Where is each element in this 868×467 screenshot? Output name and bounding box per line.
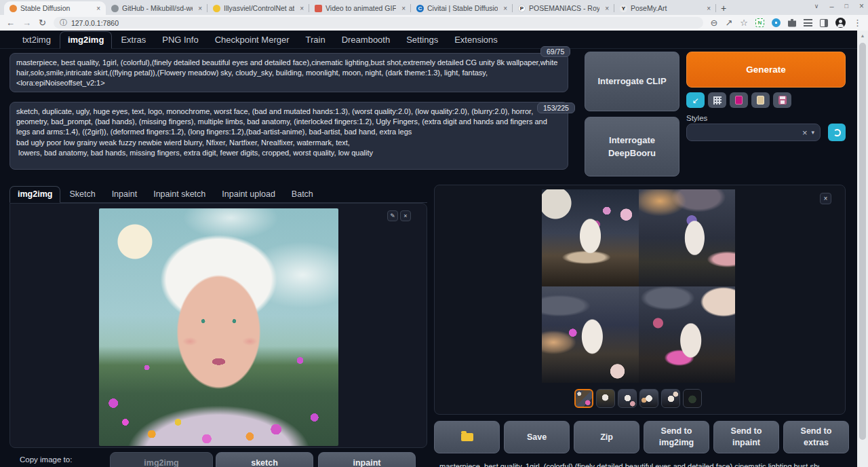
refresh-styles-button[interactable] xyxy=(828,124,846,141)
save-button[interactable]: Save xyxy=(504,421,570,453)
tab-close-icon[interactable]: × xyxy=(94,5,100,12)
mode-tab-sketch[interactable]: Sketch xyxy=(62,187,102,202)
tab-extras[interactable]: Extras xyxy=(113,32,153,48)
mode-tab-inpaint-upload[interactable]: Inpaint upload xyxy=(214,187,283,202)
remove-image-icon[interactable]: × xyxy=(400,210,411,221)
browser-tab-stable-diffusion[interactable]: Stable Diffusion × xyxy=(4,1,106,15)
thumbnail-4[interactable] xyxy=(639,389,658,408)
apply-styles-icon[interactable] xyxy=(751,92,770,108)
thumbnail-3[interactable] xyxy=(618,389,637,408)
open-folder-button[interactable] xyxy=(434,421,500,453)
browser-tab-civitai[interactable]: C Civitai | Stable Diffusion model × xyxy=(411,1,513,15)
close-gallery-icon[interactable]: × xyxy=(820,193,831,204)
image-toolbar: ✎ × xyxy=(387,210,411,221)
share-icon[interactable]: ↗ xyxy=(725,18,732,27)
browser-tab-posemyart[interactable]: Y PoseMy.Art × xyxy=(614,1,716,15)
browser-tab-github[interactable]: GitHub - Mikubill/sd-webui-con × xyxy=(106,1,208,15)
clear-prompt-icon[interactable] xyxy=(708,92,726,108)
sidebar-icon[interactable] xyxy=(820,19,828,27)
thumbnail-6[interactable] xyxy=(683,389,702,408)
tab-search-chevron-icon[interactable]: ∨ xyxy=(814,3,819,10)
site-info-icon[interactable]: ⓘ xyxy=(60,18,67,28)
tab-checkpoint-merger[interactable]: Checkpoint Merger xyxy=(208,32,297,48)
forward-icon[interactable]: → xyxy=(22,18,31,27)
thumbnail-1-selected[interactable] xyxy=(574,389,593,408)
interrogate-deepbooru-button[interactable]: Interrogate DeepBooru xyxy=(585,117,679,176)
tab-title: Video to animated GIF converter xyxy=(326,4,396,12)
back-icon[interactable]: ← xyxy=(6,18,15,27)
negative-prompt-input[interactable]: sketch, duplicate, ugly, huge eyes, text… xyxy=(9,102,568,170)
browser-tab-controlnet[interactable]: Illyasviel/ControlNet at main × xyxy=(208,1,309,15)
generate-button[interactable]: Generate xyxy=(686,52,846,88)
negative-prompt-token-counter: 153/225 xyxy=(537,102,575,113)
img2img-mode-tabs: img2img Sketch Inpaint Inpaint sketch In… xyxy=(9,185,427,203)
source-image-dropzone[interactable]: ✎ × xyxy=(9,203,427,448)
tab-close-icon[interactable]: × xyxy=(603,5,609,12)
address-bar[interactable]: ⓘ 127.0.0.1:7860 xyxy=(54,17,703,29)
styles-dropdown[interactable]: × ▾ xyxy=(686,124,821,141)
tab-txt2img[interactable]: txt2img xyxy=(15,32,58,48)
reload-icon[interactable]: ↻ xyxy=(39,18,46,27)
result-image-3 xyxy=(542,286,639,384)
extra-networks-icon[interactable] xyxy=(730,92,748,108)
bookmark-star-icon[interactable]: ☆ xyxy=(740,18,748,27)
thumbnail-5[interactable] xyxy=(661,389,680,408)
zoom-icon[interactable]: ⊖ xyxy=(711,18,718,27)
copy-to-sketch-button[interactable]: sketch xyxy=(216,452,313,467)
scroll-up-icon[interactable]: ▲ xyxy=(857,31,868,38)
styles-caret-icon[interactable]: ▾ xyxy=(811,129,814,136)
tab-close-icon[interactable]: × xyxy=(298,5,304,12)
extensions-puzzle-icon[interactable] xyxy=(788,19,796,27)
new-tab-button[interactable]: + xyxy=(716,1,731,15)
send-to-extras-button[interactable]: Send to extras xyxy=(783,421,849,453)
mode-tab-inpaint-sketch[interactable]: Inpaint sketch xyxy=(146,187,213,202)
tab-close-icon[interactable]: × xyxy=(705,5,711,12)
tab-close-icon[interactable]: × xyxy=(196,5,202,12)
close-window-icon[interactable]: × xyxy=(859,1,864,11)
tab-close-icon[interactable]: × xyxy=(501,5,507,12)
source-image-portrait[interactable] xyxy=(99,208,338,446)
copy-to-inpaint-button[interactable]: inpaint xyxy=(318,452,416,467)
blue-extension-icon[interactable] xyxy=(772,18,781,27)
page-scrollbar[interactable]: ▲ xyxy=(857,31,868,467)
result-image-2 xyxy=(639,189,736,286)
posemyart-favicon: Y xyxy=(620,5,627,12)
tab-img2img[interactable]: img2img xyxy=(60,31,112,49)
notion-extension-icon[interactable]: N xyxy=(755,18,764,27)
gif-converter-favicon xyxy=(315,5,322,12)
tab-groups-icon[interactable] xyxy=(804,19,812,26)
copy-to-img2img-button[interactable]: img2img xyxy=(110,452,213,467)
paste-params-icon[interactable]: ↙ xyxy=(686,92,705,108)
maximize-icon[interactable]: □ xyxy=(845,3,848,10)
gallery-actions: Save Zip Send to img2img Send to inpaint… xyxy=(434,421,849,453)
tab-png-info[interactable]: PNG Info xyxy=(155,32,205,48)
save-style-icon[interactable] xyxy=(773,92,791,108)
send-to-inpaint-button[interactable]: Send to inpaint xyxy=(713,421,779,453)
send-to-img2img-button[interactable]: Send to img2img xyxy=(644,421,709,453)
menu-dots-icon[interactable]: ⋮ xyxy=(853,18,862,27)
tab-extensions[interactable]: Extensions xyxy=(447,32,505,48)
tab-close-icon[interactable]: × xyxy=(399,5,406,12)
result-image-1 xyxy=(542,189,639,286)
minimize-icon[interactable]: – xyxy=(829,2,833,10)
tab-title: GitHub - Mikubill/sd-webui-con xyxy=(122,4,193,12)
browser-tab-gif-converter[interactable]: Video to animated GIF converter × xyxy=(309,1,411,15)
result-grid-image[interactable] xyxy=(542,189,735,383)
tab-train[interactable]: Train xyxy=(298,32,333,48)
interrogate-clip-button[interactable]: Interrogate CLIP xyxy=(585,52,679,111)
mode-tab-inpaint[interactable]: Inpaint xyxy=(104,187,145,202)
thumbnail-2[interactable] xyxy=(596,389,615,408)
scrollbar-thumb[interactable] xyxy=(859,43,866,440)
browser-tabstrip: Stable Diffusion × GitHub - Mikubill/sd-… xyxy=(0,0,868,15)
styles-clear-icon[interactable]: × xyxy=(802,128,808,138)
url-text: 127.0.0.1:7860 xyxy=(71,19,119,27)
browser-tab-posemaniacs[interactable]: P POSEMANIACS - Royalty free 3 × xyxy=(513,1,614,15)
edit-image-icon[interactable]: ✎ xyxy=(387,210,398,221)
mode-tab-img2img[interactable]: img2img xyxy=(9,186,60,203)
profile-avatar[interactable] xyxy=(835,18,846,28)
tab-settings[interactable]: Settings xyxy=(399,32,446,48)
prompt-input[interactable]: masterpiece, best quality, 1girl, (color… xyxy=(9,53,568,92)
tab-dreambooth[interactable]: Dreambooth xyxy=(334,32,398,48)
zip-button[interactable]: Zip xyxy=(574,421,639,453)
mode-tab-batch[interactable]: Batch xyxy=(284,187,321,202)
